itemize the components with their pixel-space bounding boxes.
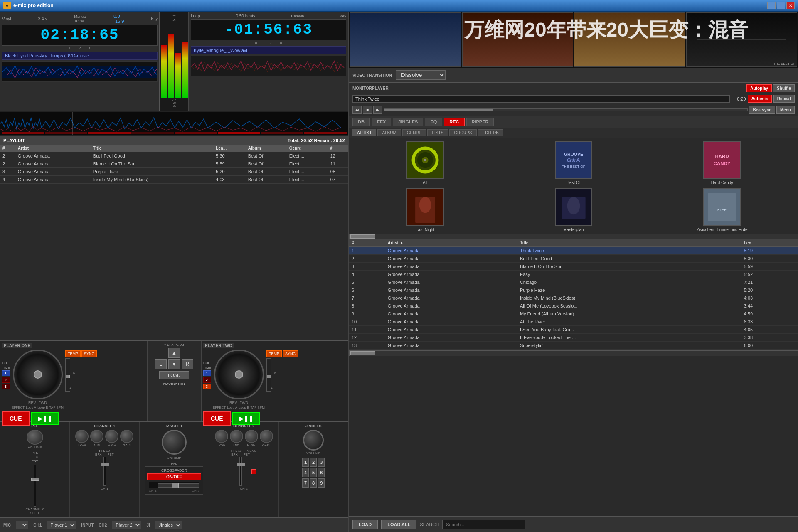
track-scroll-bottom[interactable]: [349, 350, 798, 356]
p1-cue3[interactable]: 3: [2, 384, 10, 389]
repeat-btn[interactable]: Repeat: [773, 95, 795, 103]
sub-tab-edit-db[interactable]: EDIT DB: [478, 129, 503, 136]
jingle-btn-7[interactable]: 7: [302, 478, 309, 488]
track-row[interactable]: 6 Groove Armada Purple Haze 5:20: [349, 286, 798, 294]
load-all-btn[interactable]: LOAD ALL: [381, 520, 416, 529]
ch1-mid-knob[interactable]: [90, 430, 103, 443]
p2-tempo-slider[interactable]: 0 + -: [266, 358, 271, 392]
p1-cue-button[interactable]: CUE: [2, 411, 30, 426]
p1-cue1[interactable]: 1: [2, 370, 10, 376]
nav-right-btn[interactable]: R: [182, 359, 193, 369]
db-tab-efx[interactable]: EFX: [372, 118, 391, 126]
jingle-btn-2[interactable]: 2: [310, 458, 317, 467]
playlist-row[interactable]: 2 Groove Armada But I Feel Good 5:30 Bes…: [0, 152, 348, 160]
master-volume-knob[interactable]: [162, 430, 187, 455]
prev-btn[interactable]: ⏮: [352, 106, 362, 114]
album-item[interactable]: HARD CANDY Hard Candy: [650, 141, 795, 185]
nav-down-btn[interactable]: ▼: [168, 359, 180, 369]
album-item[interactable]: KLEE Zwischen Himmel und Erde: [650, 188, 795, 232]
p1-temp-btn[interactable]: TEMP: [65, 350, 81, 357]
autoplay-btn[interactable]: Autoplay: [746, 84, 772, 92]
track-row[interactable]: 11 Groove Armada I See You Baby feat. Gr…: [349, 326, 798, 334]
mic-select[interactable]: [16, 521, 28, 529]
db-tab-db[interactable]: DB: [352, 118, 370, 126]
track-row[interactable]: 13 Groove Armada Superstylin' 6:00: [349, 342, 798, 350]
p1-cue2[interactable]: 2: [2, 377, 10, 383]
scroll-thumb[interactable]: [350, 234, 375, 239]
playlist-row[interactable]: 2 Groove Armada Blame It On The Sun 5:59…: [0, 160, 348, 168]
scroll-thumb-bottom[interactable]: [350, 351, 375, 355]
automix-btn[interactable]: Automix: [748, 95, 772, 103]
turntable-2[interactable]: [214, 350, 264, 399]
p2-cue2[interactable]: 2: [203, 377, 211, 383]
p2-sync-btn[interactable]: SYNC: [283, 350, 298, 357]
turntable-1[interactable]: [13, 350, 63, 399]
maximize-button[interactable]: □: [777, 2, 785, 9]
stop-btn[interactable]: ■: [363, 106, 372, 114]
db-tab-rec[interactable]: REC: [444, 118, 464, 126]
track-row[interactable]: 8 Groove Armada All Of Me (Lovebox Sessi…: [349, 302, 798, 310]
album-item[interactable]: Last Night: [352, 188, 498, 232]
jingle-btn-8[interactable]: 8: [310, 478, 317, 488]
jingle-btn-9[interactable]: 9: [318, 478, 325, 488]
track-row[interactable]: 9 Groove Armada My Friend (Album Version…: [349, 310, 798, 318]
p1-tempo-slider[interactable]: 0 + -: [65, 358, 70, 392]
ch2-gain-knob[interactable]: [260, 430, 273, 443]
jingle-btn-5[interactable]: 5: [310, 468, 317, 477]
ch2-mid-knob[interactable]: [230, 430, 243, 443]
track-row[interactable]: 3 Groove Armada Blame It On The Sun 5:59: [349, 263, 798, 271]
ch2-fader[interactable]: [239, 453, 242, 486]
playlist-row[interactable]: 4 Groove Armada Inside My Mind (BlueSkie…: [0, 176, 348, 184]
ch1-low-knob[interactable]: [75, 430, 89, 443]
track-row[interactable]: 10 Groove Armada At The River 6:33: [349, 318, 798, 326]
track-row[interactable]: 5 Groove Armada Chicago 7:21: [349, 278, 798, 286]
next-btn[interactable]: ⏭: [373, 106, 382, 114]
p2-temp-btn[interactable]: TEMP: [266, 350, 282, 357]
ch2-select[interactable]: Player 2: [112, 521, 141, 529]
ch2-high-knob[interactable]: [245, 430, 258, 443]
p2-cue1[interactable]: 1: [203, 370, 211, 376]
sub-tab-groups[interactable]: GROUPS: [449, 129, 476, 136]
ch1-high-knob[interactable]: [105, 430, 118, 443]
p1-sync-btn[interactable]: SYNC: [81, 350, 97, 357]
db-tab-ripper[interactable]: RIPPER: [466, 118, 494, 126]
close-button[interactable]: ✕: [786, 2, 795, 9]
ch1-gain-knob[interactable]: [120, 430, 133, 443]
search-input[interactable]: [442, 520, 525, 529]
sub-tab-artist[interactable]: ARTIST: [352, 129, 376, 136]
jingle-btn-6[interactable]: 6: [318, 468, 325, 477]
nav-left-btn[interactable]: L: [155, 359, 167, 369]
p2-play-button[interactable]: ▶❚❚: [232, 412, 260, 425]
nav-up-btn[interactable]: ▲: [168, 348, 180, 358]
pfl-knob[interactable]: [27, 430, 43, 445]
jingle-btn-1[interactable]: 1: [302, 458, 309, 467]
beatsync-btn[interactable]: Beatsync: [749, 106, 775, 114]
album-item[interactable]: Masterplan: [501, 188, 646, 232]
track-scroll-h[interactable]: [349, 234, 798, 239]
track-row[interactable]: 1 Groove Armada Think Twice 5:19: [349, 247, 798, 255]
pfl-fader[interactable]: [34, 463, 36, 507]
minimize-button[interactable]: —: [767, 2, 776, 9]
video-transition-select[interactable]: Dissolve: [396, 70, 446, 80]
ch1-select[interactable]: Player 1: [47, 521, 76, 529]
album-item[interactable]: GROOVE G★A THE BEST OF Best Of: [501, 141, 646, 185]
jingle-btn-4[interactable]: 4: [302, 468, 309, 477]
shuffle-btn[interactable]: Shuffle: [773, 84, 795, 92]
track-row[interactable]: 7 Groove Armada Inside My Mind (BlueSkie…: [349, 294, 798, 302]
ch2-low-knob[interactable]: [215, 430, 228, 443]
db-tab-eq[interactable]: EQ: [425, 118, 442, 126]
db-tab-jingles[interactable]: JINGLES: [393, 118, 423, 126]
ji-select[interactable]: Jingles: [155, 521, 182, 529]
jingles-knob[interactable]: [303, 430, 324, 451]
monitor-progress[interactable]: [384, 108, 748, 111]
jingle-btn-3[interactable]: 3: [318, 458, 325, 467]
sub-tab-album[interactable]: ALBUM: [377, 129, 401, 136]
monitor-track-input[interactable]: [352, 95, 730, 103]
track-row[interactable]: 4 Groove Armada Easy 5:52: [349, 271, 798, 278]
p2-cue3[interactable]: 3: [203, 384, 211, 389]
album-item[interactable]: All: [352, 141, 498, 185]
sub-tab-genre[interactable]: GENRE: [402, 129, 426, 136]
sub-tab-lists[interactable]: LISTS: [427, 129, 448, 136]
crossfader-onoff-btn[interactable]: ON/OFF: [147, 473, 201, 480]
p1-play-button[interactable]: ▶❚❚: [31, 412, 59, 425]
